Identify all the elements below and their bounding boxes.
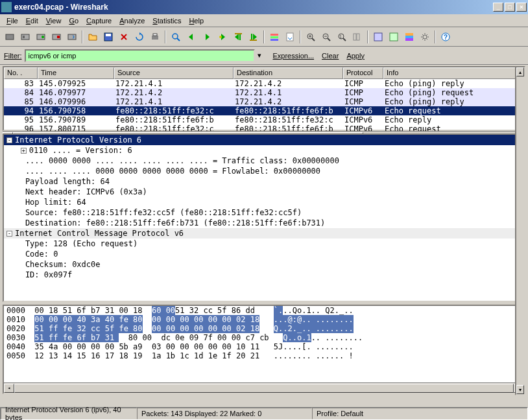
detail-section: -Internet Control Message Protocol v6 xyxy=(4,228,524,239)
svg-rect-19 xyxy=(270,34,278,36)
status-right: Profile: Default xyxy=(312,408,527,419)
maximize-button[interactable]: □ xyxy=(505,3,515,12)
close-button[interactable]: × xyxy=(516,3,527,12)
zoom-in-icon[interactable] xyxy=(304,30,318,44)
open-icon[interactable] xyxy=(86,30,100,44)
col-source[interactable]: Source xyxy=(114,67,234,79)
svg-text:1: 1 xyxy=(339,34,342,39)
detail-line[interactable]: .... 0000 0000 .... .... .... .... .... … xyxy=(4,156,524,166)
svg-rect-1 xyxy=(21,34,29,40)
go-first-icon[interactable] xyxy=(231,30,245,44)
auto-scroll-icon[interactable] xyxy=(283,30,297,44)
scroll-up-icon[interactable]: ▴ xyxy=(516,67,524,76)
hex-panel[interactable]: 0000 00 18 51 6f b7 31 00 18 60 0051 32 … xyxy=(3,305,525,394)
col-no[interactable]: No. . xyxy=(4,67,38,79)
svg-rect-9 xyxy=(106,34,111,36)
interfaces-icon[interactable] xyxy=(3,30,17,44)
scroll-thumb[interactable] xyxy=(14,384,514,393)
start-capture-icon[interactable] xyxy=(34,30,48,44)
display-filters-icon[interactable] xyxy=(387,30,401,44)
colorize-icon[interactable] xyxy=(267,30,282,44)
stop-capture-icon[interactable] xyxy=(49,30,64,44)
minimize-button[interactable]: _ xyxy=(493,3,503,12)
detail-line[interactable]: Next header: ICMPv6 (0x3a) xyxy=(4,187,524,197)
detail-line[interactable]: Code: 0 xyxy=(4,249,524,259)
packet-row[interactable]: 94156.790758fe80::218:51ff:fe32:cfe80::2… xyxy=(4,106,524,115)
menubar: File Edit View Go Capture Analyze Statis… xyxy=(0,14,528,27)
hex-line[interactable]: 0050 12 13 14 15 16 17 18 19 1a 1b 1c 1d… xyxy=(4,351,524,360)
apply-link[interactable]: Apply xyxy=(346,52,365,60)
hex-line[interactable]: 0020 51 ff fe 32 cc 5f fe 80 00 00 00 00… xyxy=(4,324,524,333)
zoom-reset-icon[interactable]: 1 xyxy=(335,30,349,44)
detail-line[interactable]: ID: 0x097f xyxy=(4,270,524,280)
go-to-icon[interactable] xyxy=(215,30,230,44)
app-icon xyxy=(1,2,12,12)
vertical-scrollbar[interactable]: ▴ ▾ xyxy=(515,66,525,395)
svg-line-24 xyxy=(312,38,315,41)
menu-go[interactable]: Go xyxy=(65,16,82,26)
col-destination[interactable]: Destination xyxy=(234,67,343,79)
svg-line-13 xyxy=(177,38,180,41)
detail-line[interactable]: .... .... .... 0000 0000 0000 0000 0000 … xyxy=(4,166,524,176)
col-info[interactable]: Info xyxy=(383,67,524,79)
close-file-icon[interactable] xyxy=(117,30,131,44)
menu-analyze[interactable]: Analyze xyxy=(115,16,149,26)
go-forward-icon[interactable] xyxy=(200,30,214,44)
help-icon[interactable]: ? xyxy=(438,30,453,44)
print-icon[interactable] xyxy=(148,30,162,44)
packet-row[interactable]: 95156.790789fe80::218:51ff:fe6f:bfe80::2… xyxy=(4,115,524,124)
save-icon[interactable] xyxy=(101,30,115,44)
restart-capture-icon[interactable] xyxy=(65,30,79,44)
hex-line[interactable]: 0000 00 18 51 6f b7 31 00 18 60 0051 32 … xyxy=(4,306,524,315)
hex-hscroll[interactable]: ◂ ▸ xyxy=(4,382,524,393)
collapse-icon[interactable]: - xyxy=(6,231,12,237)
menu-view[interactable]: View xyxy=(42,16,66,26)
preferences-icon[interactable] xyxy=(418,30,432,44)
packet-row[interactable]: 85146.079996172.21.4.1172.21.4.2ICMPEcho… xyxy=(4,97,524,106)
svg-rect-6 xyxy=(57,36,60,38)
menu-file[interactable]: File xyxy=(3,16,22,26)
reload-icon[interactable] xyxy=(132,30,147,44)
detail-line[interactable]: Payload length: 64 xyxy=(4,176,524,187)
scroll-left-icon[interactable]: ◂ xyxy=(4,384,14,393)
hex-line[interactable]: 0040 35 4a 00 00 00 00 5b a9 03 00 00 00… xyxy=(4,342,524,351)
titlebar: exerc04.pcap - Wireshark _ □ × xyxy=(0,0,528,14)
toolbar-separator xyxy=(263,30,265,43)
go-last-icon[interactable] xyxy=(246,30,261,44)
packet-detail-panel[interactable]: -Internet Protocol Version 6 +0110 .... … xyxy=(3,134,525,302)
find-icon[interactable] xyxy=(169,30,183,44)
detail-line[interactable]: Hop limit: 64 xyxy=(4,197,524,207)
options-icon[interactable] xyxy=(18,30,32,44)
filter-input[interactable] xyxy=(25,49,255,62)
hex-line[interactable]: 0010 00 00 00 40 3a 40 fe 80 00 00 00 00… xyxy=(4,315,524,324)
zoom-out-icon[interactable] xyxy=(319,30,333,44)
packet-row[interactable]: 83145.079925172.21.4.1172.21.4.2ICMPEcho… xyxy=(4,79,524,88)
svg-rect-0 xyxy=(6,34,14,40)
col-protocol[interactable]: Protocol xyxy=(343,67,383,79)
scroll-down-icon[interactable]: ▾ xyxy=(516,385,524,394)
coloring-rules-icon[interactable] xyxy=(402,30,416,44)
detail-line[interactable]: Checksum: 0xdc0e xyxy=(4,259,524,270)
svg-rect-21 xyxy=(270,39,278,41)
detail-line[interactable]: +0110 .... = Version: 6 xyxy=(4,145,524,156)
packet-list-header: No. . Time Source Destination Protocol I… xyxy=(4,67,524,79)
menu-help[interactable]: Help xyxy=(185,16,208,26)
toolbar-separator xyxy=(367,30,368,43)
resize-columns-icon[interactable] xyxy=(350,30,365,44)
expression-link[interactable]: Expression... xyxy=(273,52,315,60)
detail-line[interactable]: Destination: fe80::218:51ff:fe6f:b731 (f… xyxy=(4,218,524,228)
menu-edit[interactable]: Edit xyxy=(22,16,42,26)
capture-filters-icon[interactable] xyxy=(371,30,385,44)
hex-line[interactable]: 0030 51 ff fe 6f b7 31 80 00 dc 0e 09 7f… xyxy=(4,333,524,342)
go-back-icon[interactable] xyxy=(184,30,198,44)
detail-line[interactable]: Source: fe80::218:51ff:fe32:cc5f (fe80::… xyxy=(4,207,524,218)
menu-capture[interactable]: Capture xyxy=(82,16,115,26)
collapse-icon[interactable]: - xyxy=(6,137,12,143)
packet-rows[interactable]: 83145.079925172.21.4.1172.21.4.2ICMPEcho… xyxy=(4,79,524,134)
detail-line[interactable]: Type: 128 (Echo request) xyxy=(4,239,524,249)
clear-link[interactable]: Clear xyxy=(322,52,339,60)
packet-row[interactable]: 84146.079977172.21.4.2172.21.4.1ICMPEcho… xyxy=(4,88,524,97)
filter-dropdown-icon[interactable]: ▾ xyxy=(258,51,268,60)
menu-statistics[interactable]: Statistics xyxy=(149,16,185,26)
col-time[interactable]: Time xyxy=(38,67,114,79)
